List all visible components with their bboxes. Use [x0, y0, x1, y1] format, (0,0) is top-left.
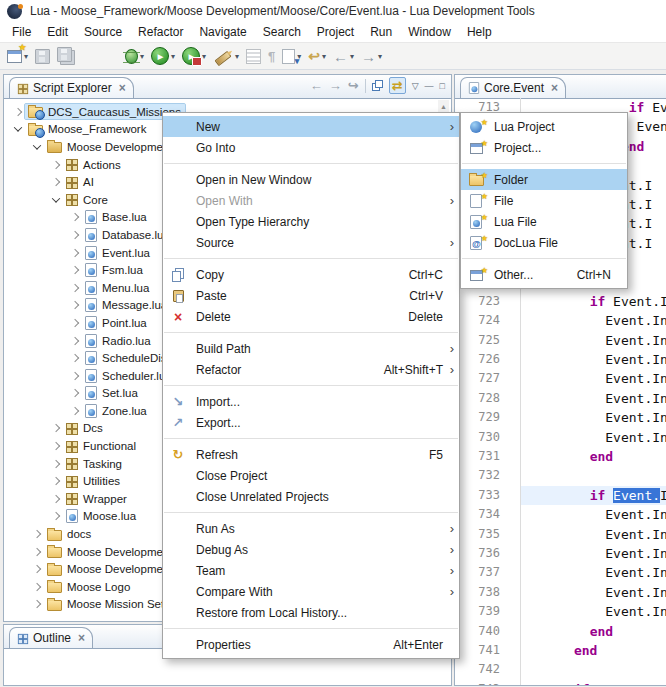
dropdown-caret-icon[interactable]: ▾: [322, 52, 326, 61]
external-tools-button[interactable]: ▾: [211, 45, 241, 67]
run-coverage-button[interactable]: ▾: [180, 45, 208, 67]
chevron-right-icon[interactable]: [33, 565, 41, 573]
new-submenu-item-folder[interactable]: ★Folder: [461, 169, 627, 190]
context-menu-item-new[interactable]: New›: [163, 116, 459, 137]
context-menu-item-source[interactable]: Source›: [163, 232, 459, 253]
dropdown-caret-icon[interactable]: ▾: [235, 52, 239, 61]
context-menu-item-delete[interactable]: ×DeleteDelete: [163, 306, 459, 327]
dropdown-caret-icon[interactable]: ▾: [350, 52, 354, 61]
menu-file[interactable]: File: [4, 23, 39, 41]
tab-script-explorer[interactable]: Script Explorer ×: [9, 77, 134, 98]
chevron-right-icon[interactable]: [52, 178, 60, 186]
new-submenu-item-other[interactable]: ★Other...Ctrl+N: [461, 264, 627, 285]
chevron-right-icon[interactable]: [71, 354, 79, 362]
menu-project[interactable]: Project: [309, 23, 362, 41]
new-submenu-item-project[interactable]: ★Project...: [461, 137, 627, 158]
menu-navigate[interactable]: Navigate: [191, 23, 254, 41]
context-menu-item-refresh[interactable]: ↻RefreshF5: [163, 444, 459, 465]
next-annotation-button[interactable]: ▾: [280, 45, 303, 67]
chevron-down-icon[interactable]: [33, 141, 41, 149]
chevron-right-icon[interactable]: [52, 495, 60, 503]
menu-refactor[interactable]: Refactor: [130, 23, 191, 41]
new-submenu-item-lua-file[interactable]: ★Lua File: [461, 211, 627, 232]
new-submenu-item-doclua-file[interactable]: ★DocLua File: [461, 232, 627, 253]
context-menu-item-open-in-new-window[interactable]: Open in New Window: [163, 169, 459, 190]
maximize-icon[interactable]: □: [440, 81, 445, 91]
context-menu-item-paste[interactable]: PasteCtrl+V: [163, 285, 459, 306]
new-submenu-item-file[interactable]: ★File: [461, 190, 627, 211]
new-submenu-item-lua-project[interactable]: ★Lua Project: [461, 116, 627, 137]
minimize-icon[interactable]: —: [425, 81, 434, 91]
dropdown-caret-icon[interactable]: ▾: [202, 52, 206, 61]
forward-icon[interactable]: →: [329, 78, 342, 93]
context-menu-item-go-into[interactable]: Go Into: [163, 137, 459, 158]
context-menu-item-team[interactable]: Team›: [163, 560, 459, 581]
run-button[interactable]: ▾: [149, 45, 177, 67]
chevron-right-icon[interactable]: [71, 336, 79, 344]
close-icon[interactable]: ×: [551, 81, 558, 95]
chevron-right-icon[interactable]: [71, 266, 79, 274]
menu-source[interactable]: Source: [76, 23, 130, 41]
context-menu-item-open-type-hierarchy[interactable]: Open Type Hierarchy: [163, 211, 459, 232]
context-menu-item-close-project[interactable]: Close Project: [163, 465, 459, 486]
chevron-right-icon[interactable]: [71, 371, 79, 379]
go-up-icon[interactable]: ↪: [348, 78, 359, 93]
dropdown-caret-icon[interactable]: ▾: [171, 52, 175, 61]
context-menu-item-close-unrelated-projects[interactable]: Close Unrelated Projects: [163, 486, 459, 507]
chevron-right-icon[interactable]: [71, 407, 79, 415]
new-wizard-button[interactable]: ▾: [5, 45, 30, 67]
chevron-right-icon[interactable]: [71, 319, 79, 327]
debug-button[interactable]: ▾: [123, 45, 146, 67]
save-button[interactable]: [33, 45, 52, 67]
chevron-right-icon[interactable]: [71, 301, 79, 309]
view-menu-icon[interactable]: ▽: [412, 81, 419, 91]
close-icon[interactable]: ×: [119, 81, 126, 95]
last-edit-location-button[interactable]: ↩▾: [306, 45, 328, 67]
menu-help[interactable]: Help: [459, 23, 500, 41]
context-menu-item-open-with[interactable]: Open With›: [163, 190, 459, 211]
context-menu-item-run-as[interactable]: Run As›: [163, 518, 459, 539]
chevron-right-icon[interactable]: [71, 213, 79, 221]
context-menu-item-build-path[interactable]: Build Path›: [163, 338, 459, 359]
chevron-right-icon[interactable]: [71, 248, 79, 256]
chevron-right-icon[interactable]: [33, 547, 41, 555]
chevron-right-icon[interactable]: [71, 283, 79, 291]
dropdown-caret-icon[interactable]: ▾: [140, 52, 144, 61]
chevron-right-icon[interactable]: [71, 231, 79, 239]
context-menu-item-refactor[interactable]: RefactorAlt+Shift+T›: [163, 359, 459, 380]
tab-core-event[interactable]: Core.Event ×: [460, 77, 566, 98]
collapse-all-icon[interactable]: [372, 80, 383, 91]
chevron-down-icon[interactable]: [52, 194, 60, 202]
chevron-right-icon[interactable]: [33, 530, 41, 538]
open-element-button[interactable]: [244, 45, 263, 67]
chevron-right-icon[interactable]: [52, 512, 60, 520]
context-menu-item-debug-as[interactable]: Debug As›: [163, 539, 459, 560]
link-with-editor-icon[interactable]: ⇄: [389, 77, 406, 94]
chevron-right-icon[interactable]: [33, 583, 41, 591]
close-icon[interactable]: ×: [78, 631, 85, 645]
save-all-button[interactable]: [55, 45, 78, 67]
chevron-right-icon[interactable]: [52, 160, 60, 168]
context-menu-item-properties[interactable]: PropertiesAlt+Enter: [163, 634, 459, 655]
context-menu-item-restore-from-local-history[interactable]: Restore from Local History...: [163, 602, 459, 623]
menu-run[interactable]: Run: [362, 23, 400, 41]
dropdown-caret-icon[interactable]: ▾: [24, 52, 28, 61]
chevron-right-icon[interactable]: [71, 389, 79, 397]
context-menu-item-export[interactable]: ↗Export...: [163, 412, 459, 433]
context-menu-item-copy[interactable]: CopyCtrl+C: [163, 264, 459, 285]
forward-button[interactable]: →▾: [359, 45, 384, 67]
chevron-right-icon[interactable]: [52, 477, 60, 485]
menu-edit[interactable]: Edit: [39, 23, 76, 41]
tab-outline[interactable]: Outline ×: [9, 627, 93, 648]
chevron-right-icon[interactable]: [14, 108, 22, 116]
chevron-right-icon[interactable]: [52, 424, 60, 432]
back-icon[interactable]: ←: [310, 78, 323, 93]
menu-search[interactable]: Search: [255, 23, 309, 41]
dropdown-caret-icon[interactable]: ▾: [378, 52, 382, 61]
back-button[interactable]: ←▾: [331, 45, 356, 67]
show-whitespace-button[interactable]: ¶: [266, 45, 277, 67]
chevron-right-icon[interactable]: [33, 600, 41, 608]
chevron-right-icon[interactable]: [52, 442, 60, 450]
chevron-down-icon[interactable]: [14, 124, 22, 132]
chevron-right-icon[interactable]: [52, 459, 60, 467]
